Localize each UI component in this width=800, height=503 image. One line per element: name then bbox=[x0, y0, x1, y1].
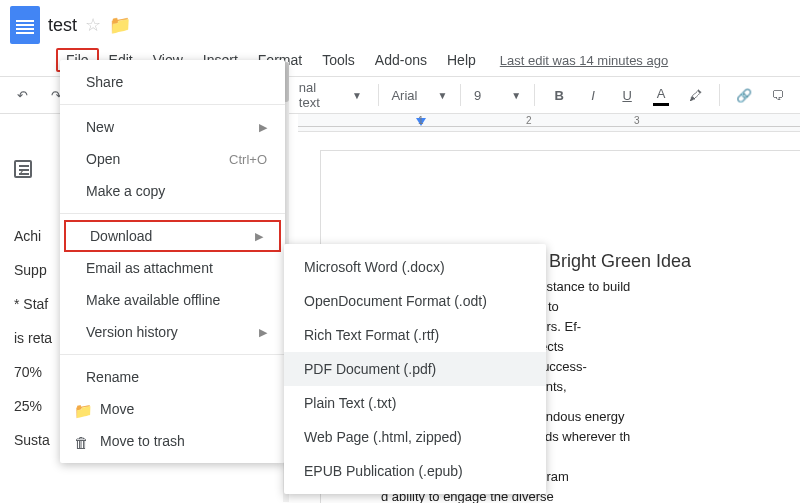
menu-addons[interactable]: Add-ons bbox=[365, 48, 437, 72]
separator bbox=[460, 84, 461, 106]
menu-tools[interactable]: Tools bbox=[312, 48, 365, 72]
text-fragment: is reta bbox=[14, 324, 52, 352]
add-comment-button[interactable]: 🗨 bbox=[764, 81, 792, 109]
separator bbox=[60, 354, 285, 355]
docs-logo-icon[interactable] bbox=[10, 6, 40, 44]
highlight-button[interactable]: 🖍 bbox=[681, 81, 709, 109]
chevron-down-icon: ▼ bbox=[511, 90, 521, 101]
menu-share[interactable]: Share bbox=[60, 66, 285, 98]
document-title[interactable]: test bbox=[48, 15, 77, 36]
folder-move-icon: 📁 bbox=[74, 402, 93, 420]
download-submenu: Microsoft Word (.docx) OpenDocument Form… bbox=[284, 244, 546, 494]
menu-version-history[interactable]: Version history▶ bbox=[60, 316, 285, 348]
text-fragment: Supp bbox=[14, 256, 52, 284]
separator bbox=[719, 84, 720, 106]
download-txt[interactable]: Plain Text (.txt) bbox=[284, 386, 546, 420]
chevron-down-icon: ▼ bbox=[352, 90, 362, 101]
chevron-right-icon: ▶ bbox=[259, 326, 267, 339]
insert-link-button[interactable]: 🔗 bbox=[730, 81, 758, 109]
horizontal-ruler[interactable]: 1 2 3 bbox=[298, 114, 800, 132]
chevron-right-icon: ▶ bbox=[259, 121, 267, 134]
undo-button[interactable]: ↶ bbox=[8, 81, 36, 109]
italic-button[interactable]: I bbox=[579, 81, 607, 109]
font-selector-label: Arial bbox=[391, 88, 417, 103]
menu-help[interactable]: Help bbox=[437, 48, 486, 72]
outline-toggle[interactable]: ‹ bbox=[14, 160, 32, 193]
menu-move[interactable]: 📁Move bbox=[60, 393, 285, 425]
style-selector[interactable]: nal text▼ bbox=[293, 81, 368, 109]
download-pdf[interactable]: PDF Document (.pdf) bbox=[284, 352, 546, 386]
menu-make-copy[interactable]: Make a copy bbox=[60, 175, 285, 207]
bold-button[interactable]: B bbox=[545, 81, 573, 109]
text-fragment: Achi bbox=[14, 222, 52, 250]
download-word[interactable]: Microsoft Word (.docx) bbox=[284, 250, 546, 284]
text-fragment: 25% bbox=[14, 392, 52, 420]
download-epub[interactable]: EPUB Publication (.epub) bbox=[284, 454, 546, 488]
title-bar: test ☆ 📁 bbox=[0, 0, 800, 46]
last-edit-link[interactable]: Last edit was 14 minutes ago bbox=[500, 53, 668, 68]
text-fragment: Susta bbox=[14, 426, 52, 454]
menu-email-attachment[interactable]: Email as attachment bbox=[60, 252, 285, 284]
shortcut-label: Ctrl+O bbox=[229, 152, 267, 167]
style-selector-label: nal text bbox=[299, 80, 332, 110]
text-color-button[interactable]: A bbox=[647, 81, 675, 109]
star-icon[interactable]: ☆ bbox=[85, 14, 101, 36]
download-html[interactable]: Web Page (.html, zipped) bbox=[284, 420, 546, 454]
menu-download[interactable]: Download▶ bbox=[64, 220, 281, 252]
underline-button[interactable]: U bbox=[613, 81, 641, 109]
folder-icon[interactable]: 📁 bbox=[109, 14, 131, 36]
download-rtf[interactable]: Rich Text Format (.rtf) bbox=[284, 318, 546, 352]
menu-offline[interactable]: Make available offline bbox=[60, 284, 285, 316]
separator bbox=[534, 84, 535, 106]
menu-rename[interactable]: Rename bbox=[60, 361, 285, 393]
font-size-selector[interactable]: 9▼ bbox=[471, 81, 524, 109]
separator bbox=[60, 213, 285, 214]
font-size-label: 9 bbox=[474, 88, 481, 103]
ruler-num: 1 bbox=[418, 115, 424, 126]
chevron-down-icon: ▼ bbox=[437, 90, 447, 101]
menu-trash[interactable]: 🗑Move to trash bbox=[60, 425, 285, 457]
document-body-peek: Achi Supp * Staf is reta 70% 25% Susta bbox=[14, 222, 52, 460]
font-selector[interactable]: Arial▼ bbox=[389, 81, 450, 109]
separator bbox=[60, 104, 285, 105]
download-odt[interactable]: OpenDocument Format (.odt) bbox=[284, 284, 546, 318]
text-fragment: 70% bbox=[14, 358, 52, 386]
ruler-num: 3 bbox=[634, 115, 640, 126]
separator bbox=[378, 84, 379, 106]
menu-open[interactable]: OpenCtrl+O bbox=[60, 143, 285, 175]
text-fragment: * Staf bbox=[14, 290, 52, 318]
ruler-num: 2 bbox=[526, 115, 532, 126]
trash-icon: 🗑 bbox=[74, 434, 89, 451]
menu-new[interactable]: New▶ bbox=[60, 111, 285, 143]
chevron-right-icon: ▶ bbox=[255, 230, 263, 243]
file-dropdown: Share New▶ OpenCtrl+O Make a copy Downlo… bbox=[60, 60, 285, 463]
